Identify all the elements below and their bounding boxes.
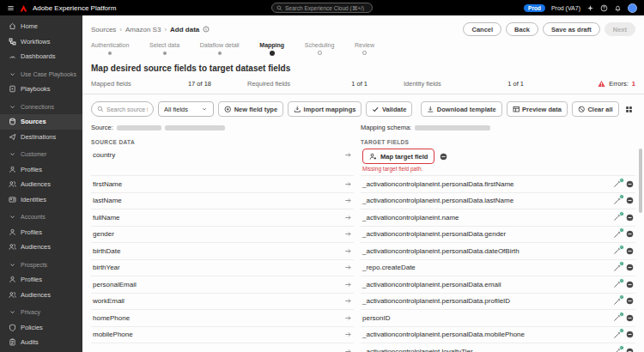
sidebar-item-sources[interactable]: Sources: [0, 114, 82, 130]
sidebar-item-dashboards[interactable]: Dashboards: [0, 49, 82, 64]
grid-view-button[interactable]: [623, 101, 635, 117]
map-arrow-icon[interactable]: [344, 331, 352, 338]
validate-button[interactable]: Validate: [366, 101, 412, 117]
sidebar-item-profiles[interactable]: Profiles: [0, 162, 82, 178]
environment-label[interactable]: Prod (VA7): [551, 5, 580, 11]
step-mapping[interactable]: Mapping: [259, 42, 284, 56]
remove-mapping-icon[interactable]: [626, 247, 634, 255]
calculated-field-icon[interactable]: [613, 246, 622, 255]
target-field-cell[interactable]: _activationcontrolplaneint.personalData.…: [361, 276, 635, 294]
sidebar-section-connections[interactable]: Connections: [0, 100, 82, 115]
global-search[interactable]: [271, 3, 373, 13]
step-review[interactable]: Review: [355, 42, 374, 56]
step-select-data[interactable]: Select data: [149, 42, 179, 56]
remove-mapping-icon[interactable]: [626, 264, 634, 271]
calculated-field-icon[interactable]: [613, 331, 622, 339]
target-field-cell[interactable]: _activationcontrolplaneint.personalData.…: [361, 193, 635, 210]
remove-mapping-icon[interactable]: [626, 180, 634, 188]
sidebar-item-policies[interactable]: Policies: [0, 320, 82, 336]
field-filter-select[interactable]: All fields: [158, 101, 214, 117]
map-arrow-icon[interactable]: [344, 314, 352, 322]
breadcrumb-sources[interactable]: Sources: [91, 26, 116, 33]
map-arrow-icon[interactable]: [344, 197, 352, 204]
source-field-search[interactable]: [91, 101, 154, 117]
step-scheduling[interactable]: Scheduling: [305, 42, 335, 56]
step-authentication[interactable]: Authentication: [91, 42, 129, 56]
source-search-input[interactable]: [106, 106, 148, 112]
remove-mapping-icon[interactable]: [626, 314, 634, 322]
sidebar-section-prospects[interactable]: Prospects: [0, 258, 82, 273]
next-button[interactable]: Next: [605, 22, 635, 36]
map-arrow-icon[interactable]: [344, 348, 352, 352]
sidebar-item-profiles[interactable]: Profiles: [0, 225, 82, 240]
notifications-icon[interactable]: [614, 4, 622, 12]
calculated-field-icon[interactable]: [613, 197, 622, 205]
map-arrow-icon[interactable]: [344, 264, 352, 271]
sidebar-item-profiles[interactable]: Profiles: [0, 272, 82, 288]
remove-mapping-icon[interactable]: [626, 197, 634, 204]
sidebar-item-identities[interactable]: Identities: [0, 192, 82, 208]
sidebar-item-audits[interactable]: Audits: [0, 335, 82, 350]
global-search-input[interactable]: [285, 5, 368, 11]
remove-mapping-icon[interactable]: [440, 153, 447, 161]
clear-all-button[interactable]: Clear all: [572, 101, 619, 117]
sidebar-item-audiences[interactable]: Audiences: [0, 177, 82, 192]
map-arrow-icon[interactable]: [344, 151, 352, 159]
map-arrow-icon[interactable]: [344, 297, 352, 305]
sidebar-section-customer[interactable]: Customer: [0, 147, 82, 162]
errors-indicator[interactable]: Errors: 1: [598, 80, 635, 88]
target-field-cell[interactable]: _activationcontrolplaneint.loyaltyTier: [361, 343, 635, 352]
calculated-field-icon[interactable]: [613, 213, 622, 222]
sidebar-section-use-case-playbooks[interactable]: Use Case Playbooks: [0, 67, 82, 82]
target-field-cell[interactable]: _activationcontrolplaneint.personalData.…: [361, 176, 635, 193]
import-mappings-button[interactable]: Import mappings: [288, 101, 361, 117]
sidebar-item-home[interactable]: Home: [0, 19, 82, 34]
calculated-field-icon[interactable]: [613, 297, 622, 306]
map-arrow-icon[interactable]: [344, 247, 352, 255]
remove-mapping-icon[interactable]: [626, 230, 634, 238]
target-field-cell[interactable]: _activationcontrolplaneint.personalData.…: [361, 327, 635, 344]
calculated-field-icon[interactable]: [613, 313, 622, 322]
calculated-field-icon[interactable]: [613, 179, 622, 188]
sidebar-section-privacy[interactable]: Privacy: [0, 305, 82, 320]
remove-mapping-icon[interactable]: [626, 297, 634, 305]
breadcrumb-amazon-s3[interactable]: Amazon S3: [125, 26, 161, 33]
preview-data-button[interactable]: Preview data: [507, 101, 568, 117]
remove-mapping-icon[interactable]: [626, 214, 634, 222]
environment-badge[interactable]: Prod: [524, 4, 545, 12]
target-field-cell[interactable]: _activationcontrolplaneint.personalData.…: [361, 294, 635, 311]
menu-icon[interactable]: [7, 4, 15, 12]
target-field-cell[interactable]: _repo.createDate: [361, 260, 635, 277]
map-arrow-icon[interactable]: [344, 230, 352, 238]
cancel-button[interactable]: Cancel: [463, 22, 501, 36]
target-field-cell[interactable]: _activationcontrolplaneint.personalData.…: [361, 227, 635, 244]
target-field-cell[interactable]: _activationcontrolplaneint.name: [361, 209, 635, 227]
ai-assistant-icon[interactable]: [586, 4, 594, 12]
map-target-field-button[interactable]: Map target field: [362, 149, 434, 164]
calculated-field-icon[interactable]: [613, 230, 622, 239]
remove-mapping-icon[interactable]: [626, 348, 634, 352]
new-field-type-button[interactable]: New field type: [218, 101, 283, 117]
target-field-cell[interactable]: personID: [361, 310, 635, 327]
remove-mapping-icon[interactable]: [626, 331, 634, 338]
remove-mapping-icon[interactable]: [626, 281, 634, 288]
back-button[interactable]: Back: [506, 22, 538, 36]
avatar[interactable]: [628, 3, 637, 13]
calculated-field-icon[interactable]: [613, 264, 622, 272]
help-icon[interactable]: [600, 4, 608, 12]
map-arrow-icon[interactable]: [344, 180, 352, 188]
sidebar-item-workflows[interactable]: Workflows: [0, 34, 82, 50]
calculated-field-icon[interactable]: [613, 347, 622, 352]
sidebar-item-playbooks[interactable]: Playbooks: [0, 82, 82, 97]
map-arrow-icon[interactable]: [344, 281, 352, 288]
scrollbar[interactable]: [639, 149, 642, 213]
sidebar-item-audiences[interactable]: Audiences: [0, 288, 82, 303]
download-template-button[interactable]: Download template: [421, 101, 501, 117]
map-arrow-icon[interactable]: [344, 214, 352, 222]
target-field-cell[interactable]: _activationcontrolplaneint.personalData.…: [361, 243, 635, 260]
save-as-draft-button[interactable]: Save as draft: [543, 22, 600, 36]
calculated-field-icon[interactable]: [613, 280, 622, 288]
step-dataflow-detail[interactable]: Dataflow detail: [200, 42, 240, 56]
info-icon[interactable]: [203, 26, 210, 33]
sidebar-section-accounts[interactable]: Accounts: [0, 209, 82, 225]
